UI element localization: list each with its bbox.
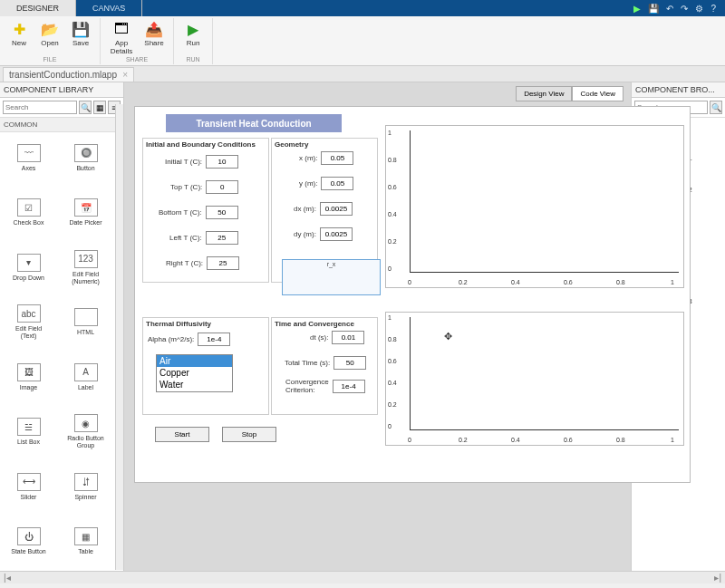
initial-t-input[interactable] [206, 155, 238, 169]
category-common: COMMON [0, 118, 123, 132]
panel-thermal-diffusivity: Thermal Diffusivity Alpha (m^2/s): Air C… [142, 317, 269, 415]
component-icon: 🔘 [74, 144, 98, 162]
dy-input[interactable] [320, 227, 353, 241]
list-item[interactable]: Water [157, 379, 232, 390]
x-input[interactable] [321, 151, 353, 165]
share-button[interactable]: 📤Share [139, 18, 169, 56]
component-label: Edit Field(Numeric) [72, 271, 100, 285]
component-grid: 〰Axes🔘Button☑Check Box📅Date Picker▾Drop … [0, 132, 123, 571]
toolbar-group-run: RUN [186, 56, 199, 64]
toolbar-group-file: FILE [44, 56, 57, 64]
design-canvas-area: Design View Code View Transient Heat Con… [124, 82, 631, 571]
right-t-input[interactable] [207, 256, 239, 270]
component-html[interactable]: HTML [57, 297, 114, 348]
component-icon [74, 308, 98, 326]
material-listbox[interactable]: Air Copper Water [156, 354, 233, 392]
component-label: Radio ButtonGroup [67, 435, 103, 449]
file-tab[interactable]: transientConduction.mlapp × [3, 67, 134, 82]
component-image[interactable]: 🖼Image [0, 352, 57, 402]
tab-canvas[interactable]: CANVAS [76, 0, 142, 16]
component-radio-button-group[interactable]: ◉Radio ButtonGroup [57, 407, 114, 458]
tab-designer[interactable]: DESIGNER [0, 0, 76, 16]
save-button[interactable]: 💾Save [65, 18, 96, 56]
component-edit-field-text-[interactable]: abcEdit Field(Text) [0, 297, 57, 348]
alpha-input[interactable] [198, 333, 230, 346]
left-t-input[interactable] [206, 231, 238, 245]
undo-icon[interactable]: ↶ [666, 4, 673, 14]
share-icon: 📤 [145, 20, 163, 38]
start-button[interactable]: Start [155, 427, 209, 442]
component-label: List Box [17, 439, 40, 446]
stop-button[interactable]: Stop [222, 427, 276, 442]
component-label[interactable]: ALabel [57, 352, 114, 402]
redo-icon[interactable]: ↷ [681, 4, 688, 14]
component-list-box[interactable]: ☱List Box [0, 407, 57, 458]
component-icon: ⟷ [17, 473, 41, 491]
details-icon: 🗔 [112, 20, 130, 38]
component-state-button[interactable]: ⏻State Button [0, 516, 57, 567]
save-icon: 💾 [72, 20, 90, 38]
component-browser-title: COMPONENT BRO... [632, 82, 725, 98]
component-label: Label [78, 384, 93, 391]
y-input[interactable] [321, 177, 353, 190]
cursor-crosshair-icon: ✥ [444, 331, 452, 342]
component-label: Table [78, 548, 93, 555]
component-date-picker[interactable]: 📅Date Picker [57, 188, 114, 238]
dt-input[interactable] [332, 331, 364, 344]
axes-tplot[interactable]: ✥ 1 0.8 0.6 0.4 0.2 0 0 0.2 0.4 0.6 0.8 … [385, 312, 684, 446]
app-canvas[interactable]: Transient Heat Conduction Initial and Bo… [134, 106, 691, 483]
panel-hd: Geometry [272, 139, 377, 150]
save-quick-icon[interactable]: 💾 [648, 4, 659, 14]
app-details-button[interactable]: 🗔App Details [104, 18, 139, 56]
convergence-input[interactable] [333, 380, 365, 393]
component-check-box[interactable]: ☑Check Box [0, 188, 57, 238]
toolbar-group-share: SHARE [126, 56, 148, 64]
status-right[interactable]: ▸| [714, 573, 721, 583]
grid-view-icon[interactable]: ▦ [93, 101, 106, 114]
open-button[interactable]: 📂Open [34, 18, 65, 56]
help-icon[interactable]: ? [710, 4, 716, 14]
dx-input[interactable] [320, 202, 353, 216]
component-label: Edit Field(Text) [15, 325, 42, 340]
status-bar: |◂ ▸| [0, 571, 725, 583]
settings-icon[interactable]: ⚙ [695, 4, 703, 14]
code-view-button[interactable]: Code View [572, 86, 624, 101]
axes-tcontour[interactable]: 1 0.8 0.6 0.4 0.2 0 0 0.2 0.4 0.6 0.8 1 [385, 125, 684, 288]
component-axes[interactable]: 〰Axes [0, 132, 57, 183]
search-icon[interactable]: 🔍 [79, 101, 92, 114]
component-slider[interactable]: ⟷Slider [0, 461, 57, 512]
component-spinner[interactable]: ⮃Spinner [57, 461, 114, 512]
top-t-input[interactable] [206, 180, 238, 194]
run-button[interactable]: ▶Run [178, 18, 208, 56]
component-label: Drop Down [13, 275, 44, 282]
search-icon[interactable]: 🔍 [710, 101, 722, 114]
component-label: State Button [11, 548, 46, 555]
ribbon-toolbar: ✚New 📂Open 💾Save FILE 🗔App Details 📤Shar… [0, 16, 725, 66]
component-button[interactable]: 🔘Button [57, 132, 114, 183]
close-icon[interactable]: × [122, 70, 128, 80]
component-icon: ◉ [74, 414, 98, 432]
component-edit-field-numeric-[interactable]: 123Edit Field(Numeric) [57, 242, 114, 293]
new-button[interactable]: ✚New [4, 18, 34, 56]
design-view-button[interactable]: Design View [516, 86, 572, 101]
list-item[interactable]: Air [157, 355, 232, 367]
component-label: Image [20, 384, 37, 391]
list-item[interactable]: Copper [157, 367, 232, 379]
total-time-input[interactable] [334, 356, 366, 370]
component-icon: 〰 [17, 144, 41, 162]
component-drop-down[interactable]: ▾Drop Down [0, 242, 57, 293]
component-icon: abc [17, 304, 41, 323]
status-left[interactable]: |◂ [4, 573, 11, 583]
bottom-t-input[interactable] [206, 206, 238, 219]
component-icon: A [74, 363, 98, 381]
panel-hd: Initial and Boundary Conditions [143, 139, 268, 150]
title-bar: DESIGNER CANVAS ▶ 💾 ↶ ↷ ⚙ ? [0, 0, 725, 16]
selected-component-outline[interactable]: r_x [282, 259, 381, 295]
component-table[interactable]: ▦Table [57, 516, 114, 567]
scrollbar[interactable] [115, 104, 123, 570]
run-quick-icon[interactable]: ▶ [633, 4, 641, 14]
component-icon: ▦ [74, 527, 98, 545]
component-label: Date Picker [69, 219, 102, 227]
component-search-input[interactable] [3, 101, 77, 114]
component-label: HTML [77, 329, 94, 336]
